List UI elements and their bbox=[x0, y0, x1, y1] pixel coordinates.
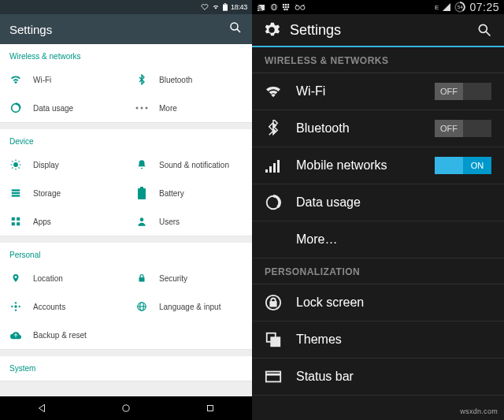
settings-item-accounts[interactable]: Accounts bbox=[0, 292, 126, 321]
svg-point-5 bbox=[136, 107, 139, 110]
nav-recent-icon[interactable] bbox=[205, 403, 216, 414]
svg-rect-55 bbox=[271, 337, 280, 346]
toggle-switch[interactable]: OFF bbox=[435, 83, 491, 100]
settings-item-data-usage[interactable]: Data usage bbox=[0, 94, 126, 122]
users-icon bbox=[135, 215, 148, 228]
settings-item-security[interactable]: Security bbox=[126, 264, 252, 292]
settings-list: WIRELESS & NETWORKS Wi-Fi OFF Bluetooth … bbox=[252, 47, 504, 420]
app-bar: Settings bbox=[0, 14, 252, 44]
item-label: Backup & reset bbox=[33, 331, 87, 340]
settings-item-sound[interactable]: Sound & notification bbox=[126, 151, 252, 179]
blank-icon bbox=[265, 231, 282, 248]
svg-point-20 bbox=[14, 305, 17, 308]
svg-line-3 bbox=[237, 29, 240, 32]
settings-item-lock-screen[interactable]: Lock screen bbox=[252, 284, 504, 322]
svg-point-24 bbox=[11, 306, 13, 307]
svg-rect-19 bbox=[139, 277, 145, 282]
svg-point-18 bbox=[140, 217, 144, 221]
settings-list: Wireless & networks Wi-Fi Bluetooth Data… bbox=[0, 44, 252, 396]
settings-item-users[interactable]: Users bbox=[126, 207, 252, 236]
svg-point-6 bbox=[141, 107, 143, 110]
display-icon bbox=[9, 158, 22, 171]
nav-home-icon[interactable] bbox=[120, 403, 132, 414]
svg-rect-12 bbox=[138, 188, 146, 199]
settings-item-status-bar[interactable]: Status bar bbox=[252, 359, 504, 396]
data-usage-icon bbox=[9, 102, 22, 114]
settings-item-language[interactable]: Language & input bbox=[126, 292, 252, 321]
settings-item-storage[interactable]: Storage bbox=[0, 179, 126, 207]
toggle-switch[interactable]: OFF bbox=[435, 120, 491, 137]
settings-item-wifi[interactable]: Wi-Fi bbox=[0, 65, 126, 94]
search-icon[interactable] bbox=[476, 21, 493, 39]
item-label: Themes bbox=[296, 333, 491, 347]
settings-item-mobile[interactable]: Mobile networks ON bbox=[252, 147, 504, 184]
page-title: Settings bbox=[290, 22, 466, 39]
settings-item-bluetooth[interactable]: Bluetooth OFF bbox=[252, 110, 504, 147]
svg-point-30 bbox=[271, 4, 277, 10]
item-label: Sound & notification bbox=[159, 161, 229, 169]
svg-rect-15 bbox=[17, 217, 20, 221]
settings-item-more[interactable]: More bbox=[126, 94, 252, 122]
status-time: 18:43 bbox=[231, 3, 247, 11]
item-label: Apps bbox=[33, 217, 51, 226]
settings-item-data-usage[interactable]: Data usage bbox=[252, 184, 504, 221]
svg-point-37 bbox=[287, 6, 290, 9]
bluetooth-icon bbox=[135, 73, 148, 86]
svg-rect-53 bbox=[270, 302, 276, 307]
wifi-icon bbox=[265, 83, 282, 100]
item-label: More bbox=[159, 104, 177, 113]
more-icon bbox=[135, 102, 148, 114]
wifi-icon bbox=[9, 73, 22, 86]
category-header: System bbox=[0, 356, 252, 377]
item-label: Accounts bbox=[33, 303, 65, 311]
svg-rect-16 bbox=[12, 222, 15, 225]
settings-item-backup[interactable]: Backup & reset bbox=[0, 321, 252, 349]
item-label: Data usage bbox=[296, 195, 491, 210]
wifi-status-icon bbox=[212, 3, 220, 11]
svg-point-22 bbox=[19, 306, 20, 307]
svg-rect-10 bbox=[12, 192, 20, 194]
svg-point-2 bbox=[231, 23, 238, 30]
search-icon[interactable] bbox=[228, 20, 243, 38]
settings-item-more[interactable]: More… bbox=[252, 221, 504, 258]
lock-circle-icon bbox=[265, 294, 282, 311]
settings-item-location[interactable]: Location bbox=[0, 264, 126, 292]
svg-rect-47 bbox=[265, 169, 268, 173]
svg-point-31 bbox=[272, 4, 275, 10]
battery-icon bbox=[135, 187, 148, 199]
signal-icon bbox=[265, 157, 282, 174]
svg-point-40 bbox=[295, 6, 299, 9]
category-header: Device bbox=[0, 129, 252, 151]
item-label: More… bbox=[296, 232, 491, 247]
settings-item-apps[interactable]: Apps bbox=[0, 207, 126, 236]
svg-point-32 bbox=[283, 4, 285, 6]
settings-item-bluetooth[interactable]: Bluetooth bbox=[126, 65, 252, 94]
item-label: Battery bbox=[159, 189, 184, 198]
svg-point-21 bbox=[15, 302, 17, 303]
svg-point-34 bbox=[287, 4, 290, 6]
svg-line-46 bbox=[486, 32, 490, 35]
item-label: Location bbox=[33, 274, 63, 283]
nav-back-icon[interactable] bbox=[36, 403, 47, 414]
svg-point-39 bbox=[286, 9, 288, 11]
svg-point-45 bbox=[479, 24, 487, 32]
svg-rect-14 bbox=[12, 217, 15, 221]
svg-point-8 bbox=[13, 162, 18, 167]
item-label: Language & input bbox=[159, 303, 220, 311]
settings-item-battery[interactable]: Battery bbox=[126, 179, 252, 207]
toggle-switch[interactable]: ON bbox=[435, 157, 491, 174]
themes-icon bbox=[265, 331, 282, 348]
svg-rect-17 bbox=[17, 222, 20, 225]
settings-item-display[interactable]: Display bbox=[0, 151, 126, 179]
location-icon bbox=[9, 272, 22, 284]
item-label: Storage bbox=[33, 189, 61, 198]
app-bar: Settings bbox=[252, 14, 504, 47]
item-label: Bluetooth bbox=[296, 121, 421, 136]
settings-item-wifi[interactable]: Wi-Fi OFF bbox=[252, 73, 504, 110]
page-title: Settings bbox=[9, 23, 52, 36]
battery-status-icon bbox=[223, 3, 228, 11]
settings-item-themes[interactable]: Themes bbox=[252, 322, 504, 359]
svg-rect-49 bbox=[273, 163, 276, 173]
svg-point-23 bbox=[15, 310, 17, 311]
svg-rect-48 bbox=[269, 166, 272, 173]
